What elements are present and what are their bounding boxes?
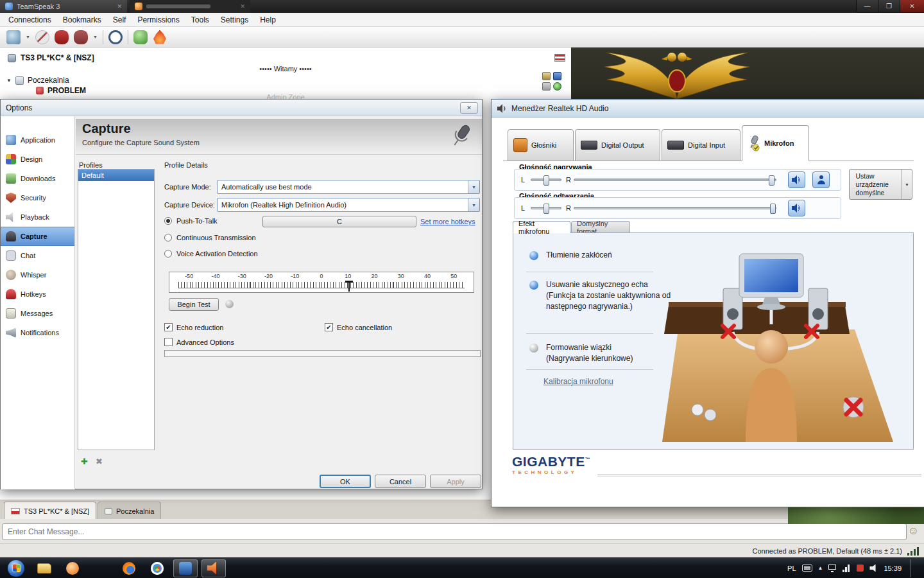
sidebar-item-capture[interactable]: Capture [1,227,74,246]
connect-icon[interactable] [6,30,21,44]
recording-speaker-button[interactable] [788,171,805,188]
echo-reduction-checkbox[interactable]: ✔ [164,323,173,331]
options-close-button[interactable]: ✕ [460,102,478,114]
collapse-icon[interactable]: ▼ [6,78,12,83]
menu-settings[interactable]: Settings [215,13,254,27]
noise-suppression-option[interactable]: Tłumienie zakłóceń [529,250,612,261]
begin-test-button[interactable]: Begin Test [169,298,219,311]
speaker-dropdown-icon[interactable]: ▼ [93,35,98,39]
channel-name[interactable]: Poczekalnia [28,76,69,85]
slider-thumb[interactable] [769,175,774,186]
minimize-button[interactable]: — [856,0,878,12]
tab-microphone[interactable]: Mikrofon [742,125,809,161]
teamspeak-window-tab[interactable]: TeamSpeak 3 ✕ [0,0,127,13]
menu-help[interactable]: Help [254,13,282,27]
options-titlebar[interactable]: Options [1,100,482,116]
media-player-icon[interactable] [60,559,85,577]
tab-digital-output[interactable]: Digital Output [575,129,660,161]
connect-dropdown-icon[interactable]: ▼ [26,35,30,39]
tab-speakers[interactable]: Głośniki [508,129,574,161]
tray-expand-icon[interactable]: ▲ [818,565,823,571]
tab-close-icon[interactable]: ✕ [117,3,122,10]
add-profile-button[interactable]: ✚ [81,457,88,466]
network-icon[interactable] [828,565,837,572]
clock[interactable]: 15:39 [884,565,902,572]
slider-thumb[interactable] [770,204,776,214]
continuous-transmission-option[interactable]: Continuous Transmission [164,234,256,241]
echo-cancellation-checkbox[interactable]: ✔ [325,323,333,331]
profiles-list[interactable]: Default [78,169,155,450]
tab-close-icon[interactable]: ✕ [240,3,245,10]
advanced-options-checkbox[interactable] [164,338,173,346]
chrome-icon[interactable] [145,559,169,577]
playback-balance-slider[interactable] [531,207,561,209]
advanced-options-option[interactable]: Advanced Options [164,338,234,346]
recording-mic-monitor-button[interactable] [812,171,830,188]
set-default-device-button[interactable]: Ustaw urządzenie domyślne ▼ [849,169,912,200]
away-icon[interactable] [35,30,49,44]
sidebar-item-design[interactable]: Design [1,150,74,169]
language-indicator[interactable]: PL [787,565,796,572]
beam-forming-toggle[interactable] [529,344,538,353]
mute-microphone-icon[interactable] [55,30,69,44]
menu-bookmarks[interactable]: Bookmarks [57,13,107,27]
cancel-button[interactable]: Cancel [375,475,426,488]
volume-icon[interactable] [869,565,878,572]
keyboard-icon[interactable] [802,565,812,572]
background-window-tab[interactable]: ✕ [130,0,250,13]
banner-flag-icon[interactable] [554,54,565,62]
delete-profile-button[interactable]: ✖ [96,457,103,466]
profile-item-default[interactable]: Default [78,170,154,181]
alert-icon[interactable] [857,565,864,572]
menu-tools[interactable]: Tools [185,13,215,27]
status-ok-icon[interactable] [553,82,561,91]
default-device-dropdown-icon[interactable]: ▼ [902,170,912,199]
voice-activation-option[interactable]: Voice Activation Detection [164,250,258,258]
noise-suppression-toggle[interactable] [529,251,538,260]
chat-input[interactable] [2,523,907,540]
channel-tab[interactable]: Poczekalnia [98,502,161,520]
moderator-icon[interactable] [553,72,561,80]
sound-icon[interactable] [542,82,551,91]
sidebar-item-notifications[interactable]: Notifications [1,323,74,342]
volume-mixer-taskbar-icon[interactable] [201,559,226,577]
recording-volume-slider[interactable] [574,179,776,181]
tab-mic-effect[interactable]: Efekt mikrofonu [513,221,570,233]
server-tab-active[interactable]: TS3 PL*KC* & [NSZ] [4,502,96,520]
echo-reduction-option[interactable]: ✔ Echo reduction [164,323,223,331]
playback-volume-slider[interactable] [574,207,776,209]
set-more-hotkeys-link[interactable]: Set more hotkeys [420,218,475,225]
menu-self[interactable]: Self [107,13,132,27]
sidebar-item-downloads[interactable]: Downloads [1,169,74,188]
server-name[interactable]: TS3 PL*KC* & [NSZ] [21,53,94,62]
sidebar-item-security[interactable]: Security [1,188,74,207]
hotkey-button[interactable]: C [262,216,416,227]
explorer-icon[interactable] [32,559,56,577]
channel-users-icon[interactable] [133,30,148,44]
realtek-titlebar[interactable]: Menedżer Realtek HD Audio [492,100,924,118]
apply-button[interactable]: Apply [430,475,481,488]
show-desktop-button[interactable] [910,559,915,577]
menu-connections[interactable]: Connections [3,13,57,27]
start-button[interactable] [4,559,28,577]
menu-permissions[interactable]: Permissions [132,13,185,27]
sidebar-item-playback[interactable]: Playback [1,207,74,227]
echo-cancellation-option[interactable]: ✔ Echo cancellation [325,323,392,331]
tab-default-format[interactable]: Domyślny format [571,221,630,233]
flame-icon[interactable] [153,30,167,44]
push-to-talk-radio[interactable] [164,217,172,225]
teamspeak-titlebar[interactable]: TeamSpeak 3 ✕ ✕ — ❐ ✕ [0,0,924,13]
maximize-button[interactable]: ❐ [878,0,900,12]
slider-thumb[interactable] [543,204,549,214]
capture-device-select[interactable]: Mikrofon (Realtek High Definition Audio)… [217,198,480,212]
recording-balance-slider[interactable] [531,179,561,181]
push-to-talk-option[interactable]: Push-To-Talk [164,217,218,225]
echo-removal-toggle[interactable] [529,281,538,290]
close-button[interactable]: ✕ [900,0,924,12]
capture-scope-icon[interactable] [108,30,123,44]
continuous-transmission-radio[interactable] [164,234,172,241]
tab-digital-input[interactable]: Digital Input [662,129,740,161]
emoticon-icon[interactable]: ☺ [908,525,919,538]
voice-activation-radio[interactable] [164,250,172,258]
sidebar-item-messages[interactable]: Messages [1,304,74,323]
